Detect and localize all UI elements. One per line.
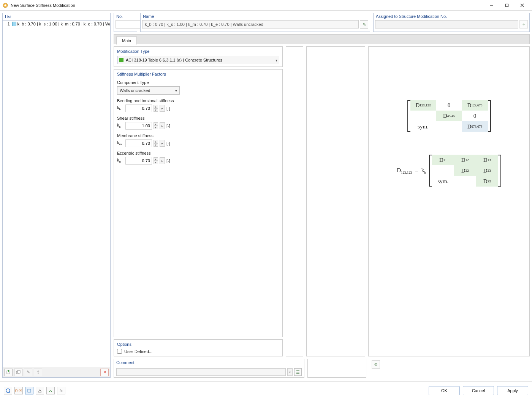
tab-bar: Main [114,34,530,44]
ke-input[interactable] [125,157,152,165]
comment-title: Comment [116,360,302,365]
type-color-swatch [119,58,124,62]
km-unit: [-] [166,141,170,146]
minimize-button[interactable] [484,0,499,10]
name-box: Name ✎ [140,13,370,32]
svg-line-11 [9,392,10,393]
user-defined-option[interactable]: User-Defined... [117,349,279,354]
km-spinner[interactable]: ▴▾ [154,140,158,147]
ok-button[interactable]: OK [429,386,460,395]
maximize-button[interactable] [499,0,515,10]
km-input[interactable] [125,139,152,147]
pick-assigned-button[interactable]: ⌖ [519,20,528,28]
list-item-label: k_b : 0.70 | k_s : 1.00 | k_m : 0.70 | k… [17,22,110,26]
chevron-down-icon: ▾ [175,89,177,93]
stiffness-group: Stiffness Multiplier Factors Component T… [114,69,283,337]
user-defined-label: User-Defined... [124,349,152,354]
ks-spinner[interactable]: ▴▾ [154,122,158,129]
ke-symbol: ke [117,158,124,163]
svg-rect-12 [28,389,31,392]
delete-button[interactable]: ✕ [100,369,109,376]
form-preview-panel [306,46,365,356]
list-item-no: 1 [3,22,11,26]
list-item[interactable]: 1 k_b : 0.70 | k_s : 1.00 | k_m : 0.70 |… [3,21,110,27]
kb-symbol: kb [117,105,124,111]
membrane-label: Membrane stiffness [117,133,180,138]
eccentric-label: Eccentric stiffness [117,151,180,155]
equation: D123,123 = kb D11D12D13 D22D23 sym.D33 [372,155,526,187]
view-mode-3-button[interactable] [46,387,55,394]
copy-item-button[interactable] [14,369,22,376]
name-label: Name [141,13,370,19]
ks-menu-button[interactable]: ▸ [160,122,165,129]
list-toolbar: ✎ ⇪ ✕ [3,367,110,377]
user-defined-checkbox[interactable] [117,349,122,354]
help-button[interactable] [4,387,12,394]
stiffness-title: Stiffness Multiplier Factors [117,72,279,76]
kb-unit: [-] [166,106,170,111]
component-type-label: Component Type [117,80,180,85]
main-matrix: D123,1230D123,678 D45,450 sym.D678,678 [407,100,491,132]
modification-type-group: Modification Type ACI 318-19 Table 6.6.3… [114,46,283,67]
modification-type-dropdown[interactable]: ACI 318-19 Table 6.6.3.1.1 (a) | Concret… [117,56,279,64]
view-mode-2-button[interactable] [36,387,44,394]
kb-menu-button[interactable]: ▸ [160,105,165,112]
edit-name-button[interactable]: ✎ [360,20,368,28]
assigned-label: Assigned to Structure Modification No. [374,13,529,19]
options-group: Options User-Defined... [114,339,283,356]
view-mode-1-button[interactable] [25,387,33,394]
no-box: No. [114,13,137,32]
kb-spinner[interactable]: ▴▾ [154,105,158,112]
name-input[interactable] [142,20,359,28]
tool-button-3[interactable]: ✎ [24,369,32,376]
component-type-dropdown[interactable]: Walls uncracked ▾ [117,86,180,95]
form-mid-panel [286,46,303,356]
component-type-value: Walls uncracked [120,88,150,93]
assigned-box: Assigned to Structure Modification No. ⌖ [373,13,530,32]
tab-main[interactable]: Main [116,36,137,44]
comment-dropdown-button[interactable]: ▾ [287,368,293,376]
close-button[interactable] [515,0,530,10]
comment-library-button[interactable]: ☰ [294,368,302,376]
titlebar: New Surface Stiffness Modification [0,0,532,11]
diagram-panel: D123,1230D123,678 D45,450 sym.D678,678 D… [368,46,530,356]
chevron-down-icon: ▾ [276,58,277,62]
comment-preview [307,359,366,378]
apply-button[interactable]: Apply [497,386,528,395]
km-symbol: km [117,140,124,146]
ke-spinner[interactable]: ▴▾ [154,157,158,164]
list-body[interactable]: 1 k_b : 0.70 | k_s : 1.00 | k_m : 0.70 |… [3,21,110,367]
shear-label: Shear stiffness [117,116,180,120]
app-icon [2,2,8,8]
diagram-settings-button[interactable]: ⚙ [372,360,380,369]
list-panel: List 1 k_b : 0.70 | k_s : 1.00 | k_m : 0… [2,13,111,378]
color-swatch [12,22,16,26]
window-title: New Surface Stiffness Modification [11,3,75,8]
options-title: Options [117,342,279,347]
svg-rect-2 [506,4,508,6]
ke-unit: [-] [166,158,170,163]
view-mode-4-button[interactable]: fx [57,387,65,394]
ke-menu-button[interactable]: ▸ [160,157,165,164]
km-menu-button[interactable]: ▸ [160,140,165,147]
modification-type-value: ACI 318-19 Table 6.6.3.1.1 (a) | Concret… [126,58,222,62]
sub-matrix: D11D12D13 D22D23 sym.D33 [429,155,501,187]
bottom-bar: 0,00 fx OK Cancel Apply [0,382,532,399]
new-item-button[interactable] [4,369,13,376]
ks-unit: [-] [166,124,170,128]
units-button[interactable]: 0,00 [14,387,23,394]
cancel-button[interactable]: Cancel [463,386,494,395]
modification-type-title: Modification Type [117,49,279,54]
comment-box: Comment ▾ ☰ [114,359,304,378]
tool-button-4[interactable]: ⇪ [34,369,42,376]
no-label: No. [114,13,137,19]
comment-input[interactable] [116,368,286,376]
kb-input[interactable] [125,104,152,112]
bending-label: Bending and torsional stiffness [117,98,180,103]
ks-input[interactable] [125,122,152,130]
svg-rect-9 [17,370,20,373]
list-header: List [3,13,110,21]
assigned-input[interactable] [375,20,518,28]
ks-symbol: ks [117,123,124,128]
